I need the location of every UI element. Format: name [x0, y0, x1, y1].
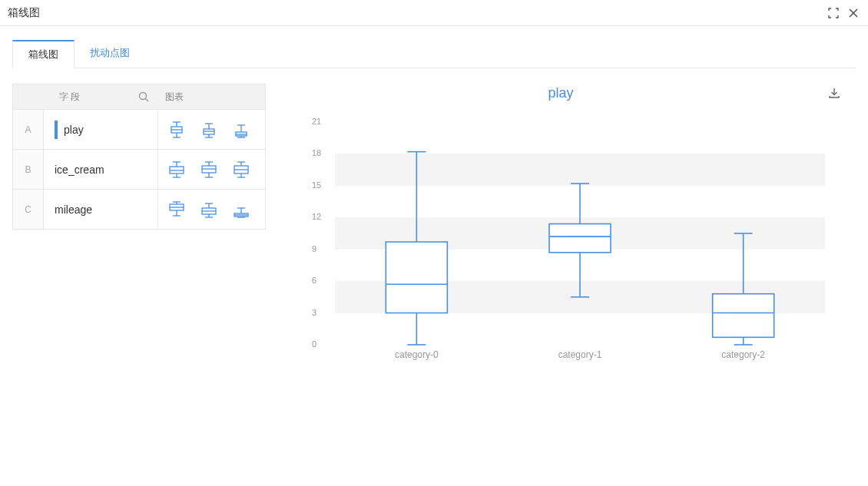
close-icon[interactable]	[846, 6, 860, 20]
chart-type-tabs: 箱线图 扰动点图	[12, 40, 856, 68]
boxplot-thumb-icon[interactable]	[195, 160, 223, 180]
expand-icon[interactable]	[827, 6, 840, 20]
svg-line-3	[146, 99, 149, 102]
titlebar: 箱线图	[0, 0, 868, 26]
row-field-name: ice_cream	[44, 164, 157, 176]
search-icon[interactable]	[130, 91, 157, 102]
row-thumbs	[157, 190, 265, 229]
boxplot-thumb-icon[interactable]	[163, 200, 190, 220]
x-category-label: category-0	[395, 349, 439, 360]
svg-rect-62	[713, 294, 774, 338]
boxplot-thumb-icon[interactable]	[227, 120, 255, 140]
field-row-ice-cream[interactable]: B ice_cream	[12, 150, 266, 190]
x-category-label: category-1	[558, 349, 602, 360]
svg-point-2	[140, 93, 147, 100]
boxplot-thumb-icon[interactable]	[227, 160, 255, 180]
field-label: mileage	[55, 203, 92, 216]
row-letter: C	[13, 190, 44, 229]
svg-rect-57	[549, 224, 611, 253]
tab-jitter[interactable]: 扰动点图	[75, 40, 145, 68]
boxplot-thumb-icon[interactable]	[163, 120, 190, 140]
boxplot-thumb-icon[interactable]	[163, 160, 190, 180]
boxplot-thumb-icon[interactable]	[227, 200, 255, 220]
row-thumbs	[157, 110, 265, 149]
row-thumbs	[157, 150, 265, 189]
field-row-play[interactable]: A play	[12, 110, 266, 150]
chart-area: play 036912151821category-0category-1cat…	[266, 84, 856, 230]
boxplot-canvas: 036912151821category-0category-1category…	[312, 122, 825, 360]
field-row-mileage[interactable]: C mileage	[12, 190, 266, 230]
svg-rect-52	[386, 242, 447, 313]
boxplot-thumb-icon[interactable]	[195, 200, 223, 220]
boxplot-thumb-icon[interactable]	[195, 120, 223, 140]
chart-title: play	[266, 85, 856, 101]
tab-boxplot[interactable]: 箱线图	[12, 40, 75, 68]
row-letter: A	[13, 110, 44, 149]
row-field-name: play	[44, 121, 157, 139]
x-category-label: category-2	[721, 349, 765, 360]
field-label: play	[64, 124, 84, 136]
row-field-name: mileage	[44, 203, 157, 216]
row-letter: B	[13, 150, 44, 189]
download-icon[interactable]	[828, 87, 840, 101]
selected-marker	[55, 121, 58, 139]
window-title: 箱线图	[8, 6, 40, 20]
field-label: ice_cream	[55, 164, 104, 176]
header-chart-label: 图表	[157, 91, 265, 104]
header-field-label: 字 段	[44, 91, 130, 104]
field-sidebar: 字 段 图表 A play	[12, 84, 266, 230]
sidebar-header: 字 段 图表	[12, 84, 266, 110]
